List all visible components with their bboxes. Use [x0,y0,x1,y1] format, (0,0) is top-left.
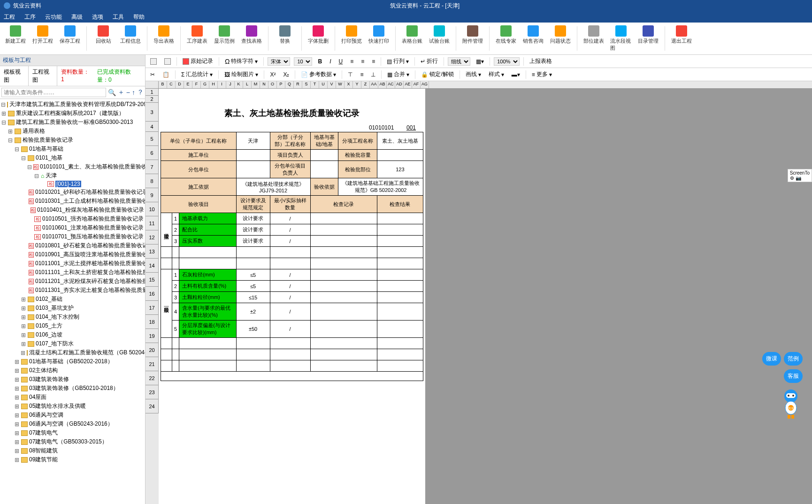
special-char-btn[interactable]: Ω特殊字符▾ [223,56,260,66]
tree-item[interactable]: ⊞03建筑装饰装修（GB50210-2018） [1,384,144,393]
tb-打印预览[interactable]: 打印预览 [340,24,363,53]
tree-item[interactable]: 检01011301_夯实水泥土桩复合地基检验批质量验 [1,286,144,295]
tree-item[interactable]: ⊟0101_地基 [1,153,144,162]
kefu-btn[interactable]: 客服 [784,369,803,383]
tb-流水段视图[interactable]: 流水段视图 [609,24,633,53]
tree-item[interactable]: ⊞05建筑给水排水及供暖 [1,402,144,411]
border-btn[interactable]: ▦▾ [474,57,486,66]
menu-选项[interactable]: 选项 [92,13,103,21]
tb-表格台账[interactable]: 表格台账 [400,24,424,53]
nav-tree[interactable]: ⊟天津市建筑工程施工质量验收资料管理系统DB/T29-209-2011⊞重庆建设… [0,99,145,504]
menu-工程[interactable]: 工程 [4,13,15,21]
tree-item[interactable]: ⊟检01010101_素土、灰土地基检验批质量验收记录 [1,162,144,171]
font-select[interactable]: 宋体 [268,57,290,66]
tree-item[interactable]: ⊞0106_边坡 [1,330,144,339]
align-right-icon[interactable]: ≡ [370,57,377,66]
menu-高级[interactable]: 高级 [71,13,83,21]
search-icon[interactable]: 🔍 [108,89,116,96]
tb-销售咨询[interactable]: 销售咨询 [521,24,545,53]
menu-帮助[interactable]: 帮助 [133,13,145,21]
form-table[interactable]: 单位（子单位）工程名称天津 分部（子分部）工程名称地基与基础/地基 分项工程名称… [161,132,423,381]
tree-item[interactable]: 检01010801_砂石桩复合地基检验批质量验收记录 [1,241,144,250]
drawline-btn[interactable]: 画线▾ [464,69,483,79]
row-col-btn[interactable]: ▤ 行列▾ [385,56,411,66]
tb-在线专家[interactable]: 在线专家 [494,24,518,53]
redo-icon[interactable] [162,57,173,66]
menu-工具[interactable]: 工具 [113,13,124,21]
tree-item[interactable]: ⊞04屋面 [1,393,144,402]
tab-template-view[interactable]: 模板视图 [0,66,29,86]
sheet-area[interactable]: 123456789101112131415161718192021222324 … [146,89,812,504]
tree-item[interactable]: ⊞09建筑节能 [1,455,144,464]
up-icon[interactable]: ↑ [132,89,135,96]
more-btn[interactable]: ≡ 更多▾ [530,69,554,79]
tree-item[interactable]: 检01010301_土工合成材料地基检验批质量验收记录 [1,197,144,206]
italic-btn[interactable]: I [328,57,333,66]
tree-item[interactable]: 检01010401_粉煤灰地基检验批质量验收记录 [1,206,144,214]
tb-保存工程[interactable]: 保存工程 [58,24,82,53]
tb-回收站[interactable]: 回收站 [92,24,115,53]
ref-btn[interactable]: 📄 参考数据▾ [299,69,338,79]
zoom-select[interactable]: 100% [494,57,520,66]
tree-item[interactable]: ⊞07建筑电气 [1,428,144,437]
tree-item[interactable]: 检01010601_注浆地基检验批质量验收记录 [1,223,144,232]
align-center-icon[interactable]: ≡ [359,57,366,66]
tb-快速打印[interactable]: 快速打印 [367,24,391,53]
valign-top-icon[interactable]: ⊤ [346,70,354,79]
tree-item[interactable]: ⊞02主体结构 [1,366,144,375]
tb-部位建表[interactable]: 部位建表 [582,24,605,53]
tree-item[interactable]: 检01010901_高压旋喷注浆地基检验批质量验收记录 [1,250,144,259]
tree-item[interactable]: ⊞01地基与基础（GB50202-2018） [1,357,144,366]
tree-item[interactable]: ⊞0102_基础 [1,295,144,304]
line-select[interactable]: 细线 [448,57,470,66]
more-icon[interactable]: ？ [137,88,144,97]
super-btn[interactable]: X² [268,70,277,79]
size-select[interactable]: 10 [294,57,312,66]
tree-item[interactable]: ⊟01地基与基础 [1,145,144,153]
tree-item[interactable]: ⊟⌂天津 [1,171,144,180]
tree-item[interactable]: 检01011101_土和灰土挤密桩复合地基检验批质量 [1,268,144,277]
tb-新建工程[interactable]: 新建工程 [4,24,27,53]
style-btn[interactable]: 样式▾ [487,69,506,79]
tree-item[interactable]: ⊞0103_基坑支护 [1,304,144,313]
tb-工程信息[interactable]: 工程信息 [119,24,142,53]
orig-record-btn[interactable]: 原始记录 [181,56,215,66]
tree-item[interactable]: ⊞06通风与空调 [1,411,144,420]
tb-试验台账[interactable]: 试验台账 [428,24,451,53]
tb-导出表格[interactable]: 导出表格 [152,24,176,53]
weike-btn[interactable]: 微课 [762,352,781,366]
robot-icon[interactable]: 筑业 [779,387,803,420]
tree-item[interactable]: ⊞0104_地下水控制 [1,313,144,321]
tree-item[interactable]: ⊞0107_地下防水 [1,339,144,348]
tb-附件管理[interactable]: 附件管理 [461,24,484,53]
line-color-btn[interactable]: ▬▾ [510,70,522,79]
tree-item[interactable]: ⊟天津市建筑工程施工质量验收资料管理系统DB/T29-209-2011 [1,100,144,109]
tb-字体批删[interactable]: 字体批删 [306,24,330,53]
tree-item[interactable]: ⊞重庆建设工程档案编制系统2017（建筑版） [1,109,144,118]
tab-project-view[interactable]: 工程视图 [29,66,57,86]
add-icon[interactable]: ＋ [118,88,124,97]
cut-icon[interactable]: ✂ [148,70,157,79]
wrap-btn[interactable]: ↵ 折行 [419,56,440,66]
tree-item[interactable]: 检01010501_强夯地基检验批质量验收记录 [1,214,144,223]
tree-item[interactable]: 检[001]-123 [1,180,144,188]
merge-btn[interactable]: ▦ 合并▾ [385,69,411,79]
valign-bot-icon[interactable]: ⊥ [369,70,377,79]
tree-item[interactable]: ⊞通用表格 [1,127,144,136]
tb-替换[interactable]: 替换 [273,24,297,53]
undo-icon[interactable] [148,57,159,66]
tb-问题状态[interactable]: 问题状态 [549,24,572,53]
bold-btn[interactable]: B [316,57,324,66]
tree-item[interactable]: ⊞0105_土方 [1,321,144,330]
search-input[interactable] [1,88,106,97]
screentool-widget[interactable]: ScreenTo⚙ 📷 [788,169,812,182]
menu-工序[interactable]: 工序 [24,13,36,21]
menu-云功能[interactable]: 云功能 [45,13,62,21]
tb-工序建表[interactable]: 工序建表 [185,24,209,53]
upload-btn[interactable]: 上报表格 [528,56,554,66]
tree-item[interactable]: 检01011001_水泥土搅拌桩地基检验批质量验收记录 [1,259,144,268]
tree-item[interactable]: ⊞06通风与空调（GB50243-2016） [1,420,144,428]
minus-icon[interactable]: − [126,89,130,96]
tree-item[interactable]: ⊞07建筑电气（GB50303-2015） [1,437,144,446]
tree-item[interactable]: ⊞03建筑装饰装修 [1,375,144,384]
